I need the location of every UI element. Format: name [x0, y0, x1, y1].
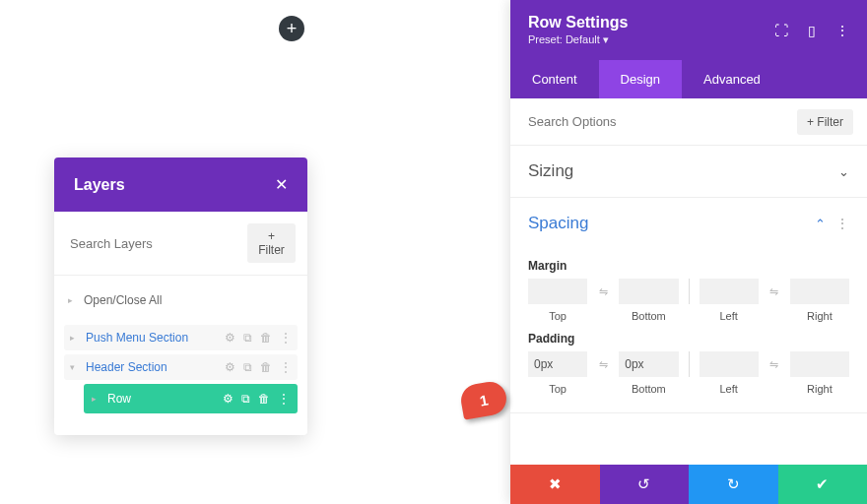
caret-down-icon: ▾ — [70, 362, 84, 372]
margin-right-input[interactable] — [790, 279, 849, 304]
more-icon[interactable]: ⋮ — [835, 23, 849, 38]
padding-grid: Top ⇋ Bottom Left ⇋ Right — [528, 351, 849, 395]
link-icon[interactable]: ⇋ — [765, 279, 784, 304]
layer-tools: ⚙ ⧉ 🗑 ⋮ — [225, 331, 292, 345]
trash-icon[interactable]: 🗑 — [260, 360, 272, 374]
spacing-section: Spacing ⌃ ⋮ Margin Top ⇋ Bottom — [510, 198, 867, 413]
layers-search-row: + Filter — [54, 212, 307, 276]
dir-right: Right — [790, 383, 849, 395]
layer-label: Row — [107, 392, 223, 406]
layers-search-input[interactable] — [66, 230, 239, 257]
gear-icon[interactable]: ⚙ — [225, 360, 235, 374]
bottom-actions: ✖ ↺ ↻ ✔ — [510, 465, 867, 504]
callout-number: 1 — [478, 391, 489, 409]
chevron-down-icon: ⌄ — [838, 164, 849, 179]
margin-label: Margin — [528, 259, 849, 273]
settings-title: Row Settings — [528, 14, 628, 32]
spacing-toggle[interactable]: Spacing ⌃ ⋮ — [510, 198, 867, 249]
layer-label: Header Section — [86, 360, 225, 374]
callout-marker-1: 1 — [458, 379, 508, 419]
settings-header-icons: ⛶ ▯ ⋮ — [774, 23, 849, 38]
layer-label: Push Menu Section — [86, 331, 225, 345]
layer-tools: ⚙ ⧉ 🗑 ⋮ — [223, 392, 290, 406]
open-close-all[interactable]: ▸ Open/Close All — [64, 285, 298, 321]
settings-header-left: Row Settings Preset: Default ▾ — [528, 14, 628, 46]
gear-icon[interactable]: ⚙ — [223, 392, 233, 406]
link-icon[interactable]: ⇋ — [765, 351, 784, 377]
settings-tabs: Content Design Advanced — [510, 60, 867, 98]
responsive-icon[interactable]: ▯ — [808, 23, 816, 38]
caret-right-icon: ▸ — [70, 333, 84, 343]
layers-body: ▸ Open/Close All ▸ Push Menu Section ⚙ ⧉… — [54, 276, 307, 435]
dir-left: Left — [700, 310, 759, 322]
margin-left-input[interactable] — [700, 279, 759, 304]
tab-design[interactable]: Design — [599, 60, 682, 98]
margin-grid: Top ⇋ Bottom Left ⇋ Right — [528, 279, 849, 322]
more-icon[interactable]: ⋮ — [278, 392, 290, 406]
layers-filter-button[interactable]: + Filter — [247, 223, 296, 263]
gear-icon[interactable]: ⚙ — [225, 331, 235, 345]
duplicate-icon[interactable]: ⧉ — [241, 392, 250, 406]
sizing-section: Sizing ⌄ — [510, 146, 867, 198]
link-icon[interactable]: ⇋ — [593, 351, 613, 377]
layer-row-item[interactable]: ▸ Row ⚙ ⧉ 🗑 ⋮ — [84, 384, 298, 413]
chevron-up-icon: ⌃ — [815, 217, 826, 231]
layer-header-section[interactable]: ▾ Header Section ⚙ ⧉ 🗑 ⋮ — [64, 354, 298, 380]
margin-bottom-input[interactable] — [619, 279, 678, 304]
separator — [689, 279, 690, 304]
trash-icon[interactable]: 🗑 — [258, 392, 270, 406]
margin-top-input[interactable] — [528, 279, 587, 304]
dir-top: Top — [528, 310, 587, 322]
redo-button[interactable]: ↻ — [689, 465, 778, 504]
padding-right-input[interactable] — [790, 351, 849, 377]
row-settings-panel: Row Settings Preset: Default ▾ ⛶ ▯ ⋮ Con… — [510, 0, 867, 504]
padding-label: Padding — [528, 332, 849, 346]
options-filter-button[interactable]: + Filter — [797, 109, 853, 135]
more-icon[interactable]: ⋮ — [835, 216, 849, 231]
sizing-title: Sizing — [528, 161, 573, 181]
settings-preset[interactable]: Preset: Default ▾ — [528, 33, 628, 46]
close-icon[interactable]: ✕ — [275, 175, 288, 194]
expand-icon[interactable]: ⛶ — [774, 23, 788, 38]
link-icon[interactable]: ⇋ — [593, 279, 613, 304]
sizing-toggle[interactable]: Sizing ⌄ — [510, 146, 867, 197]
add-section-button[interactable]: + — [279, 16, 304, 41]
caret-right-icon: ▸ — [68, 295, 82, 305]
dir-top: Top — [528, 383, 587, 395]
spacing-title: Spacing — [528, 214, 588, 233]
padding-left-input[interactable] — [700, 351, 759, 377]
spacing-content: Margin Top ⇋ Bottom Left ⇋ — [510, 259, 867, 412]
layer-tools: ⚙ ⧉ 🗑 ⋮ — [225, 360, 292, 374]
undo-button[interactable]: ↺ — [600, 465, 690, 504]
dir-left: Left — [700, 383, 759, 395]
dir-bottom: Bottom — [619, 310, 678, 322]
padding-top-input[interactable] — [528, 351, 587, 377]
cancel-button[interactable]: ✖ — [510, 465, 600, 504]
duplicate-icon[interactable]: ⧉ — [243, 331, 252, 345]
search-options-row: + Filter — [510, 98, 867, 146]
separator — [689, 351, 690, 377]
layers-header: Layers ✕ — [54, 158, 307, 212]
save-button[interactable]: ✔ — [778, 465, 868, 504]
search-options-input[interactable] — [524, 108, 789, 135]
dir-right: Right — [790, 310, 849, 322]
tab-advanced[interactable]: Advanced — [682, 60, 782, 98]
caret-right-icon: ▸ — [92, 394, 105, 404]
dir-bottom: Bottom — [619, 383, 678, 395]
tab-content[interactable]: Content — [510, 60, 599, 98]
duplicate-icon[interactable]: ⧉ — [243, 360, 252, 374]
layer-push-menu-section[interactable]: ▸ Push Menu Section ⚙ ⧉ 🗑 ⋮ — [64, 325, 298, 350]
padding-bottom-input[interactable] — [619, 351, 678, 377]
trash-icon[interactable]: 🗑 — [260, 331, 272, 345]
layers-title: Layers — [74, 176, 125, 194]
settings-header: Row Settings Preset: Default ▾ ⛶ ▯ ⋮ — [510, 0, 867, 60]
open-close-label: Open/Close All — [84, 293, 294, 307]
more-icon[interactable]: ⋮ — [280, 360, 292, 374]
layers-panel: Layers ✕ + Filter ▸ Open/Close All ▸ Pus… — [54, 158, 307, 435]
more-icon[interactable]: ⋮ — [280, 331, 292, 345]
